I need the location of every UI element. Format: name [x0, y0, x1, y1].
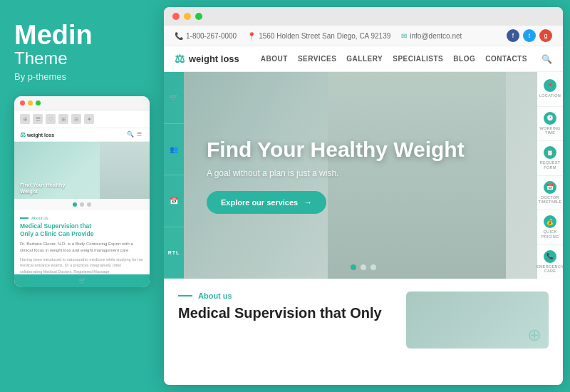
sidebar-pricing[interactable]: 💰 QUICK PRICING [537, 210, 563, 245]
browser-window: 📞 1-800-267-0000 📍 1560 Holden Street Sa… [164, 7, 563, 385]
sidebar-location[interactable]: 📍 LOCATION [537, 72, 563, 107]
mini-about-desc: Dr. Barbara Glover, N.D. is a Body Conto… [20, 241, 144, 254]
site-infobar: 📞 1-800-267-0000 📍 1560 Holden Street Sa… [164, 26, 563, 46]
mini-mockup: ⊕ ☰ ♡ ⊞ ⊟ ✦ ⚖ weight loss 🔍 ☰ Find Your … [14, 96, 150, 287]
location-icon: 📍 [247, 32, 256, 40]
nav-blog[interactable]: BLOG [453, 55, 475, 63]
sidebar-request-form[interactable]: 📋 REQUEST FORM [537, 141, 563, 176]
hero-dot-3[interactable] [370, 264, 376, 270]
browser-topbar [164, 7, 563, 26]
mini-about-label: About us [20, 216, 144, 220]
logo-text: weight loss [189, 53, 239, 64]
nav-services[interactable]: SERVICES [298, 55, 336, 63]
mini-dot-green [36, 100, 41, 105]
decoration-icon: ⊕ [527, 325, 542, 345]
logo-icon: ⚖ [175, 52, 185, 66]
right-sidebar: 📍 LOCATION 🕐 WORKING TIME 📋 REQUEST FORM… [537, 72, 563, 279]
working-time-label: WORKING TIME [539, 126, 561, 135]
mini-toolbar-icon-3: ♡ [46, 114, 56, 124]
about-left: About us Medical Supervision that Only [178, 292, 392, 349]
mini-toolbar-icon-6: ✦ [84, 114, 94, 124]
mini-topbar [14, 96, 150, 110]
mini-toolbar: ⊕ ☰ ♡ ⊞ ⊟ ✦ [14, 110, 150, 128]
site-hero: 🛒 👥 📅 RTL Find Your Healthy Weight A goa… [164, 72, 563, 279]
browser-dot-red [172, 13, 180, 20]
emergency-sidebar-icon: 📞 [544, 250, 556, 263]
sidebar-timetable[interactable]: 📅 DOCTOR TIMETABLE [537, 176, 563, 211]
brand-by: By p-themes [14, 71, 150, 82]
infobar-phone: 📞 1-800-267-0000 [175, 32, 237, 40]
mini-dot-yellow [28, 100, 33, 105]
about-image: ⊕ [406, 292, 549, 349]
site-navbar: ⚖ weight loss ABOUT SERVICES GALLERY SPE… [164, 46, 563, 72]
nav-contacts[interactable]: CONTACTS [485, 55, 527, 63]
mini-cart-bar: 🛒 [14, 274, 150, 287]
facebook-icon[interactable]: f [507, 29, 519, 42]
mini-nav: ⚖ weight loss 🔍 ☰ [14, 128, 150, 142]
sidebar-working-time[interactable]: 🕐 WORKING TIME [537, 107, 563, 142]
mini-toolbar-icon-1: ⊕ [20, 114, 30, 124]
site-logo[interactable]: ⚖ weight loss [175, 52, 239, 66]
search-icon[interactable]: 🔍 [542, 54, 552, 64]
left-sidebar-cart[interactable]: 🛒 [164, 72, 184, 124]
brand-subtitle: Theme [14, 48, 150, 68]
nav-about[interactable]: ABOUT [261, 55, 288, 63]
mini-dot-red [20, 100, 25, 105]
pricing-sidebar-icon: 💰 [544, 215, 556, 228]
infobar-address: 📍 1560 Holden Street San Diego, CA 92139 [247, 32, 390, 40]
hero-subtitle: A goal without a plan is just a wish. [207, 168, 534, 178]
mini-about-title: Medical Supervision that Only a Clinic C… [20, 222, 144, 238]
nav-gallery[interactable]: GALLERY [346, 55, 383, 63]
mini-toolbar-icon-2: ☰ [33, 114, 43, 124]
mini-about-para: Having been introduced to naturopathic m… [20, 257, 144, 274]
hero-left-sidebar: 🛒 👥 📅 RTL [164, 72, 184, 279]
timetable-label: DOCTOR TIMETABLE [539, 195, 562, 205]
mini-search-icon: 🔍 [127, 131, 134, 138]
hero-content: Find Your Healthy Weight A goal without … [164, 72, 563, 279]
brand-title: Medin [14, 21, 150, 48]
left-sidebar-calendar[interactable]: 📅 [164, 175, 184, 227]
clock-sidebar-icon: 🕐 [544, 112, 556, 125]
mini-slider-dots [14, 199, 150, 210]
mini-about-title-link: Clinic Can Provide [40, 230, 93, 237]
hero-slider-dots [351, 264, 376, 270]
hero-dot-1[interactable] [351, 264, 356, 270]
hero-title: Find Your Healthy Weight [207, 137, 534, 163]
about-title: Medical Supervision that Only [178, 304, 392, 321]
mini-menu-icon: ☰ [137, 131, 144, 138]
left-panel: Medin Theme By p-themes ⊕ ☰ ♡ ⊞ ⊟ ✦ ⚖ we… [0, 0, 164, 392]
emergency-label: EMERGENCY CARE [537, 264, 563, 274]
mini-dot-3 [87, 202, 91, 207]
mini-hero: Find Your Healthy Weight [14, 142, 150, 199]
form-sidebar-icon: 📋 [544, 146, 556, 159]
site-nav-links: ABOUT SERVICES GALLERY SPECIALISTS BLOG … [261, 55, 527, 63]
request-form-label: REQUEST FORM [539, 160, 561, 170]
timetable-sidebar-icon: 📅 [544, 181, 556, 194]
phone-icon: 📞 [175, 32, 183, 40]
browser-content: 📞 1-800-267-0000 📍 1560 Holden Street Sa… [164, 26, 563, 385]
nav-specialists[interactable]: SPECIALISTS [393, 55, 443, 63]
googleplus-icon[interactable]: g [539, 29, 552, 42]
rtl-label: RTL [168, 250, 180, 255]
mini-about: About us Medical Supervision that Only a… [14, 210, 150, 274]
about-right-image: ⊕ [406, 292, 549, 349]
browser-dot-yellow [184, 13, 191, 20]
mini-toolbar-icon-5: ⊟ [71, 114, 81, 124]
about-line [178, 295, 192, 296]
left-sidebar-people[interactable]: 👥 [164, 124, 184, 176]
hero-dot-2[interactable] [361, 264, 366, 270]
left-sidebar-rtl[interactable]: RTL [164, 227, 184, 279]
twitter-icon[interactable]: t [523, 29, 536, 42]
mini-dot-1 [73, 202, 77, 207]
sidebar-emergency[interactable]: 📞 EMERGENCY CARE [537, 245, 563, 279]
about-label-row: About us [178, 292, 392, 300]
location-sidebar-icon: 📍 [544, 79, 556, 92]
site-about-section: About us Medical Supervision that Only ⊕ [164, 279, 563, 359]
mini-hero-image [100, 142, 150, 199]
explore-services-button[interactable]: Explore our services → [207, 191, 326, 214]
about-label: About us [198, 292, 232, 300]
mini-hero-text: Find Your Healthy Weight [20, 182, 84, 195]
browser-dot-green [195, 13, 202, 20]
infobar-email: ✉ info@dentco.net [401, 32, 462, 40]
location-label: LOCATION [539, 93, 561, 98]
